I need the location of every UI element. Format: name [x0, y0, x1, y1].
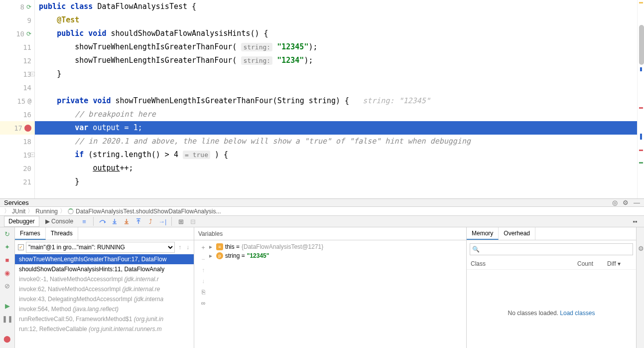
variable-row[interactable]: ▸ p string = "12345" [209, 251, 463, 260]
variables-title: Variables [194, 227, 466, 240]
gutter-row[interactable]: 12 [0, 54, 34, 67]
tab-threads[interactable]: Threads [46, 227, 78, 240]
step-into-icon[interactable] [110, 216, 120, 226]
up-icon[interactable]: ↑ [177, 244, 183, 251]
gutter-row[interactable]: 21 [0, 175, 34, 188]
frame-item[interactable]: shouldShowDataFlowAnalysisHints:11, Data… [15, 264, 194, 274]
step-out-icon[interactable] [133, 216, 143, 226]
target-icon[interactable]: ◎ [612, 199, 618, 206]
services-panel: Services ◎ ⚙ — 〉 JUnit 〉 Running 〉 DataF… [0, 198, 644, 348]
view-breakpoints-icon[interactable]: ◉ [3, 268, 12, 277]
breakpoint-icon[interactable] [24, 125, 31, 132]
more-icon[interactable]: ▪▪ [630, 216, 640, 226]
tab-debugger[interactable]: Debugger [4, 216, 39, 227]
breadcrumb-item[interactable]: Running [35, 208, 58, 215]
tab-frames[interactable]: Frames [15, 227, 46, 240]
field-badge-icon: ≡ [216, 243, 223, 250]
gutter-row[interactable]: 11 [0, 40, 34, 54]
tab-console[interactable]: ▶ Console [41, 216, 77, 226]
down-icon[interactable]: ↓ [185, 244, 191, 251]
memory-columns: Class Count Diff ▾ [467, 258, 636, 270]
gutter-row[interactable]: 19− [0, 148, 34, 162]
variable-row[interactable]: ▸ ≡ this = {DataFlowAnalysisTest@1271} [209, 242, 463, 251]
frames-pane: Frames Threads ✓ "main"@1 in gro..."main… [15, 227, 194, 348]
layout-icon[interactable]: ≡ [79, 216, 89, 226]
error-marker[interactable] [639, 107, 643, 109]
mute-breakpoints-icon[interactable]: ⊘ [3, 281, 12, 290]
expand-icon[interactable]: ▸ [209, 252, 214, 259]
gutter-row[interactable]: 9 [0, 13, 34, 27]
evaluate-icon[interactable]: ⊞ [176, 216, 186, 226]
gutter-row[interactable]: 10⟳ [0, 27, 34, 40]
resume-icon[interactable]: ▶ [3, 301, 12, 310]
col-count[interactable]: Count [577, 260, 607, 267]
rerun-icon[interactable]: ↻ [3, 229, 12, 238]
search-icon: 🔍 [472, 246, 480, 253]
col-diff[interactable]: Diff ▾ [607, 260, 632, 267]
frame-item[interactable]: runReflectiveCall:50, FrameworkMethod$1 … [15, 314, 194, 324]
frame-item[interactable]: showTrueWhenLengthIsGreaterThanFour:17, … [15, 254, 194, 264]
load-classes-link[interactable]: Load classes [560, 310, 595, 317]
scrollbar-thumb[interactable] [639, 25, 644, 65]
step-over-icon[interactable] [98, 216, 108, 226]
fold-icon[interactable]: − [30, 72, 35, 76]
gutter-row[interactable]: 13− [0, 67, 34, 81]
debug-toolbar: Debugger ▶ Console ≡ ⤴ →| ⊞ ⊟ ▪▪ [0, 216, 644, 227]
gutter-row[interactable]: 18 [0, 135, 34, 148]
copy-icon[interactable]: ⎘ [202, 289, 205, 296]
add-watch-icon[interactable]: ＋ [200, 243, 206, 252]
force-step-into-icon[interactable] [122, 216, 131, 226]
show-watches-icon[interactable]: ∞ [201, 300, 206, 307]
frame-item[interactable]: invoke0:-1, NativeMethodAccessorImpl (jd… [15, 274, 194, 284]
gutter-row-current[interactable]: 17 [0, 121, 34, 135]
down-icon[interactable]: ↓ [202, 278, 205, 285]
error-marker[interactable] [639, 150, 643, 151]
memory-search-input[interactable] [470, 243, 633, 255]
ok-marker[interactable] [639, 162, 643, 164]
execution-marker[interactable] [640, 134, 642, 140]
tab-overhead[interactable]: Overhead [499, 227, 535, 240]
breadcrumb-item[interactable]: DataFlowAnalysisTest.shouldShowDataFlowA… [76, 208, 221, 215]
settings-icon[interactable]: ⬤ [3, 334, 12, 343]
up-icon[interactable]: ↑ [202, 267, 205, 274]
panel-title: Services [4, 199, 29, 206]
fold-icon[interactable]: − [30, 153, 35, 157]
drop-frame-icon[interactable]: ⤴ [145, 216, 155, 226]
thread-select[interactable]: "main"@1 in gro..."main": RUNNING [26, 242, 175, 253]
breadcrumb-item[interactable]: JUnit [12, 208, 25, 215]
gutter-row[interactable]: 20 [0, 162, 34, 175]
modify-run-icon[interactable]: ✦ [3, 242, 12, 251]
run-to-cursor-icon[interactable]: →| [157, 216, 167, 226]
gear-icon[interactable]: ⚙ [638, 245, 644, 252]
editor-area: 8⟳ 9 10⟳ 11 12 13− 14 15@ 16 17 18 19− 2… [0, 0, 644, 198]
svg-rect-1 [125, 223, 129, 224]
frame-item[interactable]: run:12, ReflectiveCallable (org.junit.in… [15, 324, 194, 334]
info-marker[interactable] [640, 67, 642, 71]
frame-item[interactable]: invoke:564, Method (java.lang.reflect) [15, 304, 194, 314]
stop-icon[interactable]: ■ [3, 255, 12, 264]
run-icon[interactable]: ⟳ [26, 30, 31, 37]
frame-item[interactable]: invoke:43, DelegatingMethodAccessorImpl … [15, 294, 194, 304]
services-header: Services ◎ ⚙ — [0, 199, 644, 207]
checkbox-icon[interactable]: ✓ [18, 244, 24, 250]
param-hint: string: [241, 56, 272, 65]
frame-item[interactable]: invoke:62, NativeMethodAccessorImpl (jdk… [15, 284, 194, 294]
col-class[interactable]: Class [471, 260, 577, 267]
gutter-row[interactable]: 8⟳ [0, 0, 34, 13]
tab-memory[interactable]: Memory [467, 227, 499, 240]
minimize-icon[interactable]: — [634, 199, 640, 206]
run-icon[interactable]: ⟳ [26, 3, 31, 10]
remove-watch-icon[interactable]: − [201, 256, 205, 263]
code-editor[interactable]: public class DataFlowAnalysisTest { @Tes… [35, 0, 637, 198]
warning-marker[interactable] [639, 2, 643, 3]
gutter-row[interactable]: 16 [0, 108, 34, 121]
expand-icon[interactable]: ▸ [209, 243, 214, 250]
gutter-row[interactable]: 15@ [0, 94, 34, 108]
debug-side-toolbar: ↻ ✦ ■ ◉ ⊘ ▶ ❚❚ ⬤ ⌁ [0, 227, 15, 348]
pause-icon[interactable]: ❚❚ [3, 314, 12, 323]
frame-list[interactable]: showTrueWhenLengthIsGreaterThanFour:17, … [15, 254, 194, 348]
trace-icon[interactable]: ⊟ [188, 216, 198, 226]
gutter-row[interactable]: 14 [0, 81, 34, 94]
marker-bar [637, 0, 644, 198]
gear-icon[interactable]: ⚙ [623, 199, 629, 206]
